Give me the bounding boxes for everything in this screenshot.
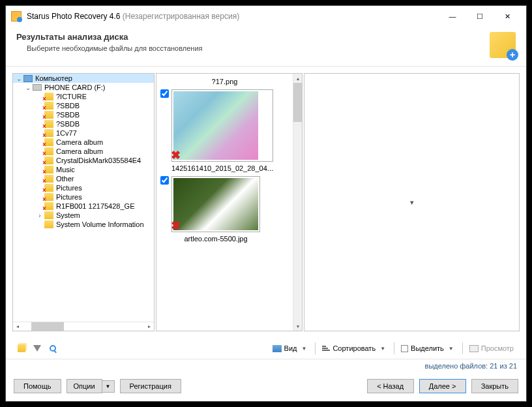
folder-icon — [44, 211, 53, 219]
chevron-down-icon: ▼ — [300, 346, 309, 352]
folder-icon — [44, 166, 53, 173]
scroll-down[interactable]: ▾ — [293, 322, 302, 331]
sort-label: Сортировать — [332, 344, 376, 352]
minimize-button[interactable]: — — [439, 8, 466, 24]
close-dialog-button[interactable]: Закрыть — [471, 379, 518, 393]
register-button[interactable]: Регистрация — [120, 379, 181, 393]
tree-label: Music — [56, 166, 75, 173]
view-label: Вид — [284, 344, 297, 352]
tree-folder[interactable]: Pictures — [13, 183, 154, 192]
search-button[interactable] — [45, 340, 61, 356]
tree-label: Other — [56, 175, 74, 183]
unregistered-label: (Незарегистрированная версия) — [123, 12, 239, 21]
sort-icon — [322, 346, 330, 351]
help-button[interactable]: Помощь — [14, 379, 61, 393]
tree-folder[interactable]: ?SBDB — [13, 119, 154, 128]
folder-icon — [44, 120, 53, 128]
footer: Помощь Опции ▼ Регистрация < Назад Далее… — [6, 372, 526, 401]
tree-label: Camera album — [56, 147, 103, 155]
tree-label: System — [56, 211, 80, 219]
view-button[interactable]: Вид ▼ — [268, 342, 314, 354]
tree-folder[interactable]: ?SBDB — [13, 101, 154, 110]
sort-button[interactable]: Сортировать ▼ — [318, 342, 392, 354]
folder-icon — [44, 102, 53, 110]
computer-icon — [23, 75, 33, 82]
header-photo-icon — [490, 32, 516, 58]
view-icon — [273, 345, 282, 352]
folder-icon — [44, 193, 53, 201]
tree-drive[interactable]: ⌄ PHONE CARD (F:) — [13, 83, 154, 92]
scroll-right[interactable]: ▸ — [145, 322, 154, 331]
tree-root-computer[interactable]: ⌄ Компьютер — [13, 74, 154, 83]
expand-icon[interactable]: › — [35, 212, 44, 219]
folder-icon — [44, 184, 53, 192]
app-window: Starus Photo Recovery 4.6 (Незарегистрир… — [5, 5, 527, 402]
status-selected-count: выделено файлов: 21 из 21 — [6, 359, 526, 372]
checkbox-icon — [401, 345, 408, 352]
chevron-down-icon: ▼ — [378, 346, 387, 352]
folder-icon — [44, 157, 53, 164]
chevron-down-icon[interactable]: ▼ — [102, 380, 115, 393]
tree-label: ?SBDB — [56, 102, 80, 110]
folder-icon — [44, 220, 53, 228]
thumbnail-item[interactable]: ✖ 1425161410_2015_02_28_04... — [160, 89, 289, 172]
tree-label: Camera album — [56, 138, 103, 146]
tree-folder[interactable]: Other — [13, 174, 154, 183]
tree-label: R1FB001 12175428_GE — [56, 202, 134, 210]
thumb-filename: artleo.com-5500.jpg — [171, 235, 260, 243]
folder-icon — [44, 93, 53, 100]
tree-folder[interactable]: Camera album — [13, 147, 154, 156]
folder-tree[interactable]: ⌄ Компьютер ⌄ PHONE CARD (F:) ?ICTURE?SB… — [13, 74, 154, 322]
scroll-thumb[interactable] — [293, 83, 302, 122]
header-section: Результаты анализа диска Выберите необхо… — [6, 27, 526, 67]
thumbnail-item[interactable]: ✖ artleo.com-5500.jpg — [160, 176, 289, 243]
tree-folder[interactable]: Music — [13, 165, 154, 174]
page-subtitle: Выберите необходимые файлы для восстанов… — [27, 44, 203, 52]
maximize-button[interactable]: ☐ — [466, 8, 494, 24]
select-button[interactable]: Выделить ▼ — [396, 342, 460, 354]
filter-button[interactable] — [29, 340, 45, 356]
scroll-up[interactable]: ▴ — [293, 74, 302, 83]
horizontal-scrollbar[interactable]: ◂ ▸ — [13, 322, 154, 331]
app-name: Starus Photo Recovery 4.6 — [27, 12, 120, 21]
window-controls: — ☐ ✕ — [439, 8, 521, 24]
tree-folder[interactable]: 1Cv77 — [13, 128, 154, 138]
thumb-checkbox[interactable] — [160, 89, 169, 98]
back-button[interactable]: < Назад — [367, 379, 414, 393]
thumb-image-box[interactable]: ✖ — [171, 176, 260, 232]
scroll-thumb[interactable] — [31, 322, 64, 331]
thumb-checkbox[interactable] — [160, 176, 169, 185]
thumb-partial-label: ?17.png — [160, 78, 289, 85]
scroll-left[interactable]: ◂ — [13, 322, 22, 331]
separator — [394, 342, 394, 354]
thumb-image — [173, 178, 258, 230]
tree-folder[interactable]: Pictures — [13, 192, 154, 202]
tree-folder[interactable]: ›System — [13, 211, 154, 220]
search-icon — [50, 345, 56, 352]
next-button[interactable]: Далее > — [419, 379, 466, 393]
tree-folder[interactable]: R1FB001 12175428_GE — [13, 202, 154, 211]
tree-folder[interactable]: Camera album — [13, 138, 154, 147]
tree-folder[interactable]: System Volume Information — [13, 220, 154, 229]
options-label: Опции — [66, 379, 102, 393]
folder-icon — [44, 138, 53, 146]
options-button[interactable]: Опции ▼ — [66, 379, 115, 393]
tree-label: PHONE CARD (F:) — [44, 83, 106, 91]
preview-dropdown-icon[interactable]: ▾ — [410, 198, 414, 207]
close-button[interactable]: ✕ — [494, 8, 521, 24]
collapse-icon[interactable]: ⌄ — [14, 75, 23, 82]
vertical-scrollbar[interactable]: ▴ ▾ — [293, 74, 302, 331]
preview-button[interactable]: Просмотр — [465, 342, 518, 354]
tree-folder[interactable]: ?SBDB — [13, 110, 154, 119]
tree-label: Pictures — [56, 184, 82, 192]
folder-icon — [44, 147, 53, 155]
thumb-image-box[interactable]: ✖ — [171, 89, 273, 162]
select-label: Выделить — [411, 344, 444, 352]
collapse-icon[interactable]: ⌄ — [23, 84, 33, 91]
deleted-marker-icon: ✖ — [171, 219, 181, 233]
tree-folder[interactable]: ?ICTURE — [13, 92, 154, 101]
titlebar: Starus Photo Recovery 4.6 (Незарегистрир… — [6, 6, 526, 27]
tree-folder[interactable]: CrystalDiskMark035584E4 — [13, 156, 154, 165]
folders-button[interactable] — [14, 340, 29, 356]
thumb-image — [173, 91, 258, 160]
